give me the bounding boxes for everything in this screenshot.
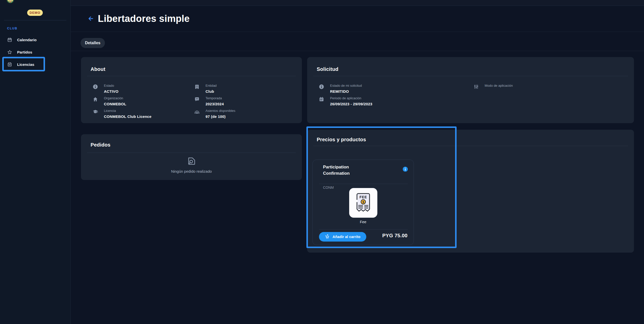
sidebar-item-licencias[interactable]: Licencias <box>7 61 34 68</box>
info-icon <box>319 84 324 89</box>
field-label: Asientos disponibles <box>206 109 235 113</box>
tabs-divider <box>70 51 644 51</box>
fee-label: FEE <box>359 195 367 199</box>
product-image-caption: Fee <box>313 220 414 224</box>
demo-badge: DEMO <box>27 10 43 16</box>
field-label: Temporada <box>206 96 224 100</box>
info-circle-icon[interactable] <box>403 166 408 172</box>
calendar-icon <box>319 97 324 102</box>
club-crest-logo[interactable] <box>6 0 15 4</box>
card-title: Solicitud <box>317 66 338 72</box>
about-fields: Estado ACTIVO Entidad Club Organizac <box>81 84 302 119</box>
add-to-cart-button[interactable]: Añadir al carrito <box>319 232 366 242</box>
cart-plus-icon <box>325 234 330 239</box>
about-field-estado: Estado ACTIVO <box>93 84 194 94</box>
sidebar-item-calendario[interactable]: Calendario <box>7 36 37 43</box>
info-icon <box>93 84 98 89</box>
people-icon <box>194 109 200 115</box>
field-label: Entidad <box>206 84 217 88</box>
pedidos-empty-state: Ningún pedido realizado <box>81 155 302 173</box>
page-title: Libertadores simple <box>98 13 190 24</box>
sidebar-section-label: CLUB <box>7 27 17 30</box>
star-icon <box>7 50 12 55</box>
solicitud-field-modo: Modo de aplicación <box>473 84 628 94</box>
about-field-entidad: Entidad Club <box>194 84 296 94</box>
document-search-icon <box>186 155 197 168</box>
product-image: FEE $ <box>349 188 377 218</box>
pedidos-card: Pedidos Ningún pedido realizado <box>81 134 302 180</box>
header-divider <box>70 32 644 32</box>
back-button[interactable] <box>87 15 94 22</box>
sidebar-item-label: Calendario <box>17 38 37 42</box>
app-root: DEMO CLUB Calendario <box>0 0 644 324</box>
add-to-cart-label: Añadir al carrito <box>333 235 360 239</box>
product-divider <box>319 229 408 229</box>
card-divider <box>313 76 628 76</box>
pedidos-empty-text: Ningún pedido realizado <box>171 169 212 173</box>
field-value: CONMEBOL <box>104 102 126 106</box>
solicitud-field-periodo: Periodo de aplicación 26/09/2023 - 29/09… <box>319 96 473 107</box>
card-divider <box>87 76 296 76</box>
solicitud-field-estado: Estado de mi solicitud REMITIDO <box>319 84 473 94</box>
field-label: Estado <box>104 84 118 88</box>
field-label: Licencia <box>104 109 151 113</box>
coin-symbol: $ <box>363 200 364 204</box>
sidebar-item-label: Partidos <box>17 50 32 54</box>
card-title: Pedidos <box>91 142 110 148</box>
card-divider <box>87 153 296 153</box>
field-value: 2023/2024 <box>206 102 224 106</box>
card-title: About <box>91 66 105 72</box>
field-value: CONMEBOL Club Licence <box>104 114 151 119</box>
tab-detalles[interactable]: Detalles <box>80 38 105 48</box>
solicitud-fields: Estado de mi solicitud REMITIDO Modo de … <box>307 84 634 107</box>
sidebar-divider <box>4 20 66 20</box>
about-field-licencia: Licencia CONMEBOL Club Licence <box>93 109 194 119</box>
precios-card: Precios y productos Participation Confir… <box>307 130 634 253</box>
sidebar: DEMO CLUB Calendario <box>0 0 71 324</box>
building-icon <box>194 84 200 89</box>
about-field-asientos: Asientos disponibles 97 (de 100) <box>194 109 296 119</box>
home-icon <box>93 97 98 102</box>
field-value: REMITIDO <box>330 89 362 94</box>
field-value: 26/09/2023 - 29/09/2023 <box>330 102 372 106</box>
field-value: Club <box>206 89 217 94</box>
tab-label: Detalles <box>85 41 100 45</box>
product-divider <box>319 184 408 184</box>
about-field-organizacion: Organización CONMEBOL <box>93 96 194 107</box>
sidebar-item-label: Licencias <box>17 62 34 67</box>
sliders-icon <box>473 84 479 89</box>
card-title: Precios y productos <box>317 137 366 143</box>
field-label: Modo de aplicación <box>485 84 513 88</box>
crest-icon <box>6 0 15 4</box>
licences-icon <box>7 62 12 67</box>
calendar-icon <box>7 37 12 42</box>
field-value: 97 (de 100) <box>206 114 235 119</box>
product-code: CONM <box>323 186 334 190</box>
field-label: Periodo de aplicación <box>330 96 372 100</box>
product-card: Participation Confirmation CONM FEE $ <box>312 160 414 245</box>
field-label: Estado de mi solicitud <box>330 84 362 88</box>
product-price: PYG 75.00 <box>382 233 408 239</box>
season-icon <box>194 97 200 102</box>
graduation-cap-icon <box>93 109 98 115</box>
about-card: About Estado ACTIVO Entidad Club <box>81 57 302 123</box>
fee-receipt-icon: FEE $ <box>355 192 371 213</box>
solicitud-card: Solicitud Estado de mi solicitud REMITID… <box>307 57 634 123</box>
card-divider <box>313 146 628 146</box>
product-name: Participation Confirmation <box>323 164 367 176</box>
arrow-left-icon <box>88 15 94 22</box>
sidebar-item-partidos[interactable]: Partidos <box>7 49 32 55</box>
field-label: Organización <box>104 96 126 100</box>
top-strip <box>0 0 644 6</box>
field-value: ACTIVO <box>104 89 118 94</box>
about-field-temporada: Temporada 2023/2024 <box>194 96 296 107</box>
